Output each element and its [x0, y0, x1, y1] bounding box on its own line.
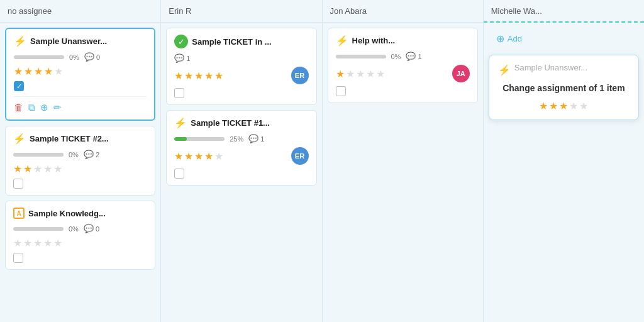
card-checkbox-5[interactable]: [174, 169, 184, 179]
s5-5: ★: [214, 150, 223, 162]
ps4: ★: [569, 100, 578, 112]
card-checkbox-row-4: [174, 88, 308, 98]
card-checkbox-3[interactable]: [13, 253, 23, 263]
comment-count-5: 1: [260, 135, 264, 143]
card-checkbox[interactable]: [14, 81, 24, 91]
comment-count-3: 0: [96, 225, 99, 233]
comment-badge-2: 💬 2: [84, 150, 99, 159]
card-actions: 🗑 ⧉ ⊕ ✏: [14, 96, 147, 113]
card-meta-3: 0% 💬 0: [13, 224, 147, 233]
card-meta-5: 25% 💬 1: [174, 134, 308, 143]
add-button[interactable]: ⊕ Add: [489, 28, 639, 50]
progress-label-2: 0%: [69, 151, 79, 158]
comment-icon-5: 💬: [248, 134, 258, 143]
delete-icon[interactable]: 🗑: [14, 102, 23, 113]
comment-badge-5: 💬 1: [248, 134, 264, 143]
card-title-2: Sample TICKET #2...: [30, 134, 109, 143]
ps5: ★: [579, 100, 588, 112]
s3-5: ★: [194, 150, 203, 162]
popup-card-title: Sample Unanswer...: [514, 63, 587, 72]
card-checkbox-4[interactable]: [174, 88, 184, 98]
cards-michelle: ⊕ Add ⚡ Sample Unanswer... Change assign…: [484, 23, 644, 322]
s5-6: ★: [376, 68, 385, 80]
comment-icon-3: 💬: [84, 224, 94, 233]
progress-fill-5: [174, 137, 187, 141]
s3-6: ★: [356, 68, 365, 80]
progress-bar-6: [336, 55, 386, 58]
progress-bar: [14, 55, 64, 59]
card-bottom-4: ★ ★ ★ ★ ★ ER: [174, 67, 308, 84]
card-sample-unanswer: ⚡ Sample Unanswer... 0% 💬 0 ★ ★: [5, 28, 155, 121]
card-title-row-3: A Sample Knowledg...: [13, 208, 147, 219]
card-sample-ticket-1: ⚡ Sample TICKET #1... 25% 💬 1 ★: [166, 110, 316, 186]
star-2-3: ★: [23, 237, 32, 249]
s2-5: ★: [184, 150, 193, 162]
ticket-icon-5: ⚡: [174, 117, 187, 129]
column-header-label-erin: Erin R: [169, 6, 191, 16]
card-title-5: Sample TICKET #1...: [191, 118, 270, 128]
star-4-2: ★: [43, 163, 52, 175]
cards-jon: ⚡ Help with... 0% 💬 1 ★ ★: [323, 23, 483, 322]
s4-6: ★: [366, 68, 375, 80]
s2-6: ★: [346, 68, 355, 80]
comment-count: 0: [96, 53, 100, 61]
ps3: ★: [559, 100, 568, 112]
comment-count-6: 1: [418, 53, 421, 60]
column-header-michelle: Michelle Wa...: [484, 0, 644, 23]
progress-bar-2: [13, 153, 64, 157]
card-checkbox-6[interactable]: [336, 86, 346, 96]
card-sample-knowledge: A Sample Knowledg... 0% 💬 0 ★ ★: [5, 201, 155, 270]
star-3-2: ★: [33, 163, 42, 175]
progress-label: 0%: [69, 53, 79, 61]
column-header-erin: Erin R: [161, 0, 321, 23]
comment-badge-4: 💬 1: [174, 53, 190, 63]
star-1: ★: [14, 65, 23, 77]
s3: ★: [194, 70, 203, 82]
comment-badge-3: 💬 0: [84, 224, 99, 233]
card-checkbox-row-5: [174, 169, 308, 179]
card-title-3: Sample Knowledg...: [28, 209, 106, 218]
upload-icon[interactable]: ⊕: [40, 102, 48, 113]
stars-row-5: ★ ★ ★ ★ ★: [174, 150, 223, 162]
card-title-6: Help with...: [352, 36, 396, 45]
card-bottom: [14, 81, 147, 91]
card-bottom-5: ★ ★ ★ ★ ★ ER: [174, 147, 308, 165]
comment-count-2: 2: [96, 151, 99, 158]
popup-title-row: ⚡ Sample Unanswer...: [498, 63, 630, 77]
copy-icon[interactable]: ⧉: [28, 102, 35, 113]
avatar-er-2: ER: [291, 147, 309, 165]
s4-5: ★: [204, 150, 213, 162]
comment-icon-4: 💬: [174, 53, 184, 63]
comment-icon-6: 💬: [406, 52, 416, 61]
s1: ★: [174, 70, 183, 82]
cards-erin: ✓ Sample TICKET in ... 💬 1 ★ ★ ★ ★ ★: [161, 23, 321, 322]
card-checkbox-row-6: [336, 86, 470, 96]
avatar-er-1: ER: [291, 67, 309, 84]
card-title: Sample Unanswer...: [30, 36, 107, 46]
ps1: ★: [539, 100, 548, 112]
ticket-icon: ⚡: [14, 35, 26, 47]
column-header-label-michelle: Michelle Wa...: [491, 6, 542, 16]
card-checkbox-2[interactable]: [13, 179, 23, 189]
progress-label-5: 25%: [230, 135, 243, 143]
s4: ★: [204, 70, 213, 82]
card-sample-ticket-2: ⚡ Sample TICKET #2... 0% 💬 2 ★ ★: [5, 126, 155, 196]
completed-icon: ✓: [174, 35, 188, 48]
progress-label-3: 0%: [69, 225, 79, 233]
star-5: ★: [54, 65, 63, 77]
card-bottom-2: [13, 179, 147, 189]
stars-row-2: ★ ★ ★ ★ ★: [13, 163, 147, 175]
s5: ★: [214, 70, 223, 82]
s2: ★: [184, 70, 193, 82]
column-header-jon: Jon Abara: [323, 0, 483, 23]
card-help-with: ⚡ Help with... 0% 💬 1 ★ ★: [328, 28, 478, 103]
column-erin-r: Erin R ✓ Sample TICKET in ... 💬 1 ★: [161, 0, 322, 322]
progress-bar-3: [13, 227, 64, 231]
avatar-ja: JA: [452, 65, 470, 82]
star-1-2: ★: [13, 163, 22, 175]
comment-badge-6: 💬 1: [406, 52, 421, 61]
comment-count-4: 1: [186, 55, 190, 62]
edit-icon[interactable]: ✏: [53, 102, 62, 113]
star-2: ★: [24, 65, 33, 77]
stars-row-3: ★ ★ ★ ★ ★: [13, 237, 147, 249]
